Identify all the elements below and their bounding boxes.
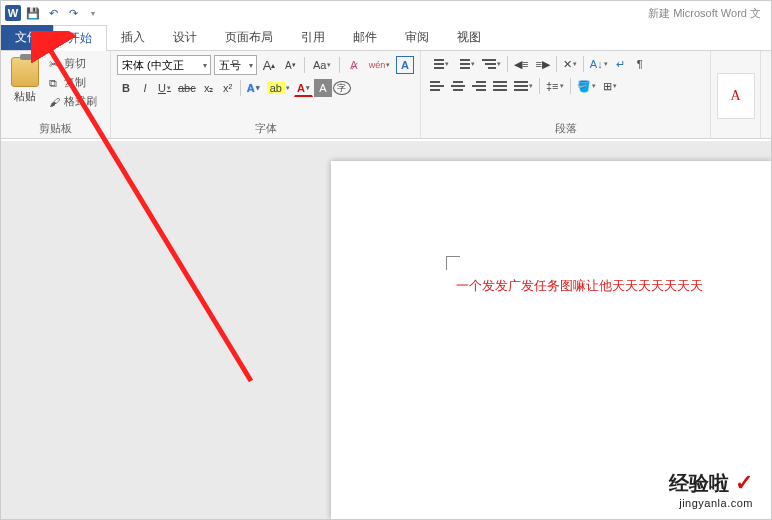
check-icon: ✓ <box>735 470 753 495</box>
format-painter-button[interactable]: 🖌 格式刷 <box>47 93 99 110</box>
paste-label: 粘贴 <box>14 89 36 104</box>
borders-button[interactable]: ⊞ <box>600 77 620 95</box>
highlight-button[interactable]: ab <box>264 79 293 97</box>
tab-home[interactable]: 开始 <box>53 25 107 51</box>
show-marks-button[interactable]: ↵ <box>612 55 630 73</box>
sort-button[interactable]: A↓ <box>587 55 611 73</box>
pinyin-button[interactable]: wén <box>366 56 393 74</box>
clear-format-button[interactable]: A̷ <box>345 56 363 74</box>
shrink-font-button[interactable]: A▾ <box>281 56 299 74</box>
justify-button[interactable] <box>490 77 510 95</box>
margin-corner-icon <box>446 256 460 270</box>
align-center-button[interactable] <box>448 77 468 95</box>
tab-review[interactable]: 审阅 <box>391 25 443 50</box>
copy-icon: ⧉ <box>49 77 61 89</box>
cut-label: 剪切 <box>64 56 86 71</box>
text-effects-button[interactable]: A <box>244 79 263 97</box>
align-left-button[interactable] <box>427 77 447 95</box>
paste-button[interactable]: 粘贴 <box>7 55 43 110</box>
format-painter-label: 格式刷 <box>64 94 97 109</box>
align-right-button[interactable] <box>469 77 489 95</box>
font-size-combo[interactable]: 五号 <box>214 55 257 75</box>
tab-layout[interactable]: 页面布局 <box>211 25 287 50</box>
title-bar: W 💾 ↶ ↷ ▾ 新建 Microsoft Word 文 <box>1 1 771 25</box>
window-title: 新建 Microsoft Word 文 <box>648 6 767 21</box>
watermark-url: jingyanla.com <box>669 497 753 509</box>
tab-view[interactable]: 视图 <box>443 25 495 50</box>
word-icon: W <box>5 5 21 21</box>
font-name-combo[interactable]: 宋体 (中文正 <box>117 55 211 75</box>
superscript-button[interactable]: x² <box>219 79 237 97</box>
strike-button[interactable]: abc <box>175 79 199 97</box>
numbering-button[interactable] <box>453 55 478 73</box>
font-group-label: 字体 <box>117 119 414 136</box>
asian-layout-button[interactable]: ✕ <box>560 55 580 73</box>
style-normal[interactable]: A <box>717 73 755 119</box>
clipboard-group-label: 剪贴板 <box>7 119 104 136</box>
undo-icon[interactable]: ↶ <box>45 5 61 21</box>
char-border-button[interactable]: A <box>396 56 414 74</box>
watermark-text: 经验啦 <box>669 472 729 494</box>
save-icon[interactable]: 💾 <box>25 5 41 21</box>
document-text: 一个发发广发任务图嘛让他天天天天天天天 <box>456 278 767 295</box>
tab-insert[interactable]: 插入 <box>107 25 159 50</box>
grow-font-button[interactable]: A▴ <box>260 56 278 74</box>
qat-dropdown-icon[interactable]: ▾ <box>85 5 101 21</box>
enclose-char-button[interactable]: 字 <box>333 81 351 95</box>
tab-references[interactable]: 引用 <box>287 25 339 50</box>
char-shading-button[interactable]: A <box>314 79 332 97</box>
redo-icon[interactable]: ↷ <box>65 5 81 21</box>
para-group-label: 段落 <box>427 119 704 136</box>
change-case-button[interactable]: Aa <box>310 56 334 74</box>
tab-file[interactable]: 文件 <box>1 25 53 50</box>
scissors-icon: ✂ <box>49 58 61 70</box>
font-color-button[interactable]: A <box>294 79 313 97</box>
subscript-button[interactable]: x₂ <box>200 79 218 97</box>
indent-right-button[interactable]: ≡▶ <box>532 55 552 73</box>
group-styles: A <box>711 51 761 138</box>
indent-left-button[interactable]: ◀≡ <box>511 55 531 73</box>
tab-mailings[interactable]: 邮件 <box>339 25 391 50</box>
bullets-button[interactable] <box>427 55 452 73</box>
pilcrow-button[interactable]: ¶ <box>631 55 649 73</box>
document-page[interactable]: 一个发发广发任务图嘛让他天天天天天天天 <box>336 176 767 515</box>
copy-button[interactable]: ⧉ 复制 <box>47 74 99 91</box>
cut-button[interactable]: ✂ 剪切 <box>47 55 99 72</box>
watermark: 经验啦 ✓ jingyanla.com <box>669 470 753 509</box>
group-paragraph: ◀≡ ≡▶ ✕ A↓ ↵ ¶ ‡≡ 🪣 ⊞ 段落 <box>421 51 711 138</box>
shading-button[interactable]: 🪣 <box>574 77 599 95</box>
brush-icon: 🖌 <box>49 96 61 108</box>
distribute-button[interactable] <box>511 77 536 95</box>
group-font: 宋体 (中文正 五号 A▴ A▾ Aa A̷ wén A B I U abc x… <box>111 51 421 138</box>
bold-button[interactable]: B <box>117 79 135 97</box>
ribbon-tabs: 文件 开始 插入 设计 页面布局 引用 邮件 审阅 视图 <box>1 25 771 51</box>
paste-icon <box>11 57 39 87</box>
multilevel-button[interactable] <box>479 55 504 73</box>
copy-label: 复制 <box>64 75 86 90</box>
line-spacing-button[interactable]: ‡≡ <box>543 77 567 95</box>
ribbon: 粘贴 ✂ 剪切 ⧉ 复制 🖌 格式刷 剪贴板 宋体 <box>1 51 771 139</box>
tab-design[interactable]: 设计 <box>159 25 211 50</box>
group-clipboard: 粘贴 ✂ 剪切 ⧉ 复制 🖌 格式刷 剪贴板 <box>1 51 111 138</box>
italic-button[interactable]: I <box>136 79 154 97</box>
underline-button[interactable]: U <box>155 79 174 97</box>
